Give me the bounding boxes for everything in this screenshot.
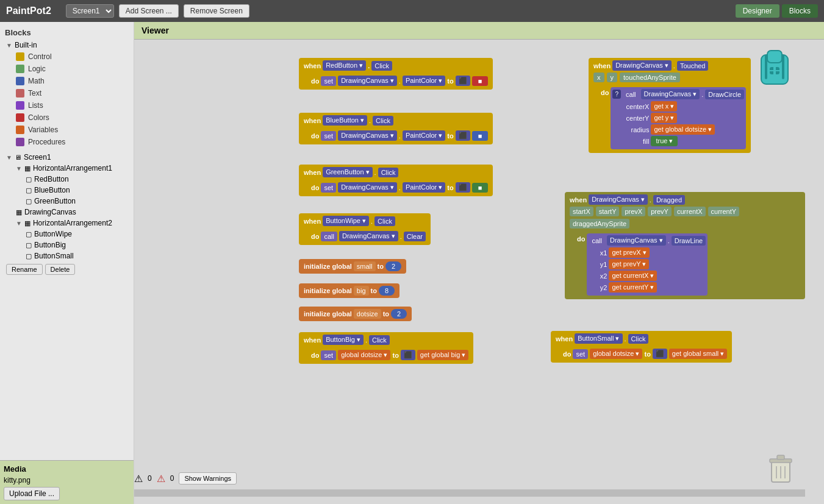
center-x-label: centerX xyxy=(612,103,649,110)
designer-button[interactable]: Designer xyxy=(736,4,779,18)
button-big-click-group: when ButtonBig ▾ . Click do set global d… xyxy=(299,332,473,364)
procedures-color xyxy=(16,138,24,146)
red-button-item[interactable]: ▢ RedButton xyxy=(23,174,130,185)
blocks-button[interactable]: Blocks xyxy=(782,4,818,18)
screen1-tree-item[interactable]: ▼ 🖥 Screen1 xyxy=(4,152,130,163)
sidebar-item-text[interactable]: Text xyxy=(13,87,130,99)
param-x: x xyxy=(593,73,604,82)
add-screen-button[interactable]: Add Screen ... xyxy=(119,4,179,18)
drawing-canvas-comp-2: DrawingCanvas ▾ xyxy=(338,130,397,141)
button-big-icon: ▢ xyxy=(26,241,32,249)
dotsize-var-name: dotsize xyxy=(354,309,381,319)
red-button-icon: ▢ xyxy=(26,176,32,183)
drawing-canvas-item[interactable]: ▦ DrawingCanvas xyxy=(13,207,130,218)
remove-screen-button[interactable]: Remove Screen xyxy=(184,4,249,18)
sidebar-item-procedures[interactable]: Procedures xyxy=(13,136,130,148)
when-label-drag: when xyxy=(570,196,587,204)
svg-rect-1 xyxy=(767,51,782,63)
screen-select[interactable]: Screen1 xyxy=(66,4,114,18)
dot-2b: . xyxy=(399,132,401,140)
get-y-chip: get y ▾ xyxy=(651,113,677,123)
drawing-canvas-comp-3: DrawingCanvas ▾ xyxy=(338,182,397,193)
button-wipe-icon: ▢ xyxy=(26,230,32,238)
sidebar-blocks: Blocks ▼ Built-in Control Logic Math xyxy=(0,22,134,460)
click-action-4: Click xyxy=(374,216,395,226)
param-startx: startX xyxy=(570,207,593,216)
upload-button[interactable]: Upload File ... xyxy=(4,487,60,500)
sidebar-item-lists[interactable]: Lists xyxy=(13,99,130,112)
do-label-dc: do xyxy=(601,89,609,96)
button-big-item[interactable]: ▢ ButtonBig xyxy=(23,240,130,250)
global-dotsize-small: global dotsize ▾ xyxy=(590,349,642,359)
get-prevy-chip: get prevY ▾ xyxy=(609,259,649,269)
big-value: 8 xyxy=(379,286,395,296)
h-arr2-item[interactable]: ▼ ▦ HorizontalArrangement2 xyxy=(13,218,130,229)
top-right-buttons: Designer Blocks xyxy=(736,4,818,18)
touched-params-row: x y touchedAnySprite xyxy=(593,73,746,82)
dot-dc: . xyxy=(673,62,675,69)
button-wipe-event-header: when ButtonWipe ▾ . Click xyxy=(299,213,431,229)
rename-button[interactable]: Rename xyxy=(6,264,43,275)
sidebar-item-logic[interactable]: Logic xyxy=(13,63,130,75)
button-big-do-body: do set global dotsize ▾ to ⬛ get global … xyxy=(299,347,473,364)
drawing-canvas-comp-4: DrawingCanvas ▾ xyxy=(339,231,398,241)
drawing-canvas-label: DrawingCanvas xyxy=(24,208,76,216)
when-label-1: when xyxy=(304,62,321,69)
blue-button-item[interactable]: ▢ BlueButton xyxy=(23,185,130,196)
horizontal-scrollbar[interactable] xyxy=(134,489,805,497)
draw-circle-action: DrawCircle xyxy=(705,90,744,99)
sidebar-item-colors[interactable]: Colors xyxy=(13,112,130,124)
touched-event-header: when DrawingCanvas ▾ . Touched x y touch… xyxy=(589,58,751,85)
button-small-label: ButtonSmall xyxy=(34,252,74,260)
button-big-event-header: when ButtonBig ▾ . Click xyxy=(299,332,473,347)
x1-row: x1 get prevX ▾ xyxy=(589,247,706,258)
blue-button-do-row: do set DrawingCanvas ▾ . PaintColor ▾ to… xyxy=(311,130,488,141)
green-button-item[interactable]: ▢ GreenButton xyxy=(23,196,130,207)
set-chip-5: set xyxy=(321,350,336,360)
button-small-item[interactable]: ▢ ButtonSmall xyxy=(23,250,130,261)
topbar: PaintPot2 Screen1 Add Screen ... Remove … xyxy=(0,0,824,22)
dot-4: . xyxy=(371,218,373,225)
to-label-3: to xyxy=(447,184,453,191)
text-label: Text xyxy=(28,89,41,98)
backpack-icon xyxy=(756,46,793,88)
sidebar-item-variables[interactable]: Variables xyxy=(13,124,130,136)
dc-comp-touched: DrawingCanvas ▾ xyxy=(612,60,672,71)
green-button-icon: ▢ xyxy=(26,197,32,205)
param-prevy: prevY xyxy=(648,207,672,216)
delete-button[interactable]: Delete xyxy=(45,264,76,275)
builtin-collapse-icon: ▼ xyxy=(6,42,12,49)
green-button-event-header: when GreenButton ▾ . Click xyxy=(299,165,493,180)
variables-label: Variables xyxy=(28,126,58,134)
dragged-event-row: when DrawingCanvas ▾ . Dragged xyxy=(570,194,800,205)
h-arr1-item[interactable]: ▼ ▦ HorizontalArrangement1 xyxy=(13,163,130,174)
blue-button-event-header: when BlueButton ▾ . Click xyxy=(299,113,493,128)
show-warnings-button[interactable]: Show Warnings xyxy=(179,472,237,484)
when-label-dc: when xyxy=(593,62,611,69)
screen1-collapse-icon: ▼ xyxy=(6,154,12,161)
viewer-body[interactable]: when RedButton ▾ . Click do set DrawingC… xyxy=(134,40,824,504)
call-chip-4: call xyxy=(321,232,337,241)
button-wipe-item[interactable]: ▢ ButtonWipe xyxy=(23,229,130,240)
footer-area: ⚠ 0 ⚠ 0 Show Warnings xyxy=(134,472,237,484)
red-button-do-row: do set DrawingCanvas ▾ . PaintColor ▾ to… xyxy=(311,76,488,86)
blue-button-icon: ▢ xyxy=(26,186,32,194)
button-small-do-row: do set global dotsize ▾ to ⬛ get global … xyxy=(563,349,727,359)
button-small-do-body: do set global dotsize ▾ to ⬛ get global … xyxy=(551,346,732,363)
sidebar-item-control[interactable]: Control xyxy=(13,51,130,63)
dot-small: . xyxy=(625,335,626,343)
tree-actions: Rename Delete xyxy=(4,261,130,277)
to-label-2: to xyxy=(447,132,453,140)
global-dotsize-5: global dotsize ▾ xyxy=(338,350,390,360)
h-arr2-children: ▢ ButtonWipe ▢ ButtonBig ▢ ButtonSmall xyxy=(13,229,130,261)
button-wipe-do-body: do call DrawingCanvas ▾ . Clear xyxy=(299,229,431,245)
small-var-name: small xyxy=(354,261,376,271)
svg-rect-9 xyxy=(777,455,784,460)
do-label-4: do xyxy=(311,233,319,240)
init-dotsize-group: initialize global dotsize to 2 xyxy=(299,307,412,321)
sidebar-item-math[interactable]: Math xyxy=(13,75,130,87)
dot-4b: . xyxy=(400,233,402,240)
builtin-section[interactable]: ▼ Built-in xyxy=(4,40,130,51)
dragged-do-row: do call DrawingCanvas ▾ . DrawLine x1 xyxy=(577,233,800,296)
blue-color-value: ■ xyxy=(472,131,489,141)
